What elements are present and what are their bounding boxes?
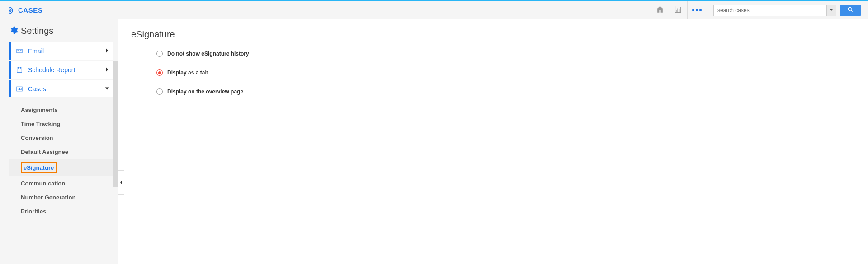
- sidebar-subitem-label: Assignments: [21, 107, 58, 113]
- sidebar-subitem-label: Time Tracking: [21, 120, 60, 127]
- sidebar-subitem-label: Communication: [21, 180, 65, 187]
- search-dropdown-button[interactable]: [826, 5, 836, 16]
- radio-label: Display as a tab: [167, 69, 208, 76]
- radio-icon: [156, 51, 163, 57]
- sidebar-title: Settings: [21, 26, 53, 36]
- radio-option-display-as-tab[interactable]: Display as a tab: [156, 69, 855, 76]
- subitem-default-assignee[interactable]: Default Assignee: [9, 145, 113, 159]
- list-box-icon: [15, 85, 24, 93]
- gear-icon: [9, 26, 18, 36]
- sidebar-subitem-label: Conversion: [21, 134, 53, 141]
- svg-point-0: [9, 9, 10, 11]
- sidebar-item-label: Cases: [28, 85, 104, 93]
- chart-button[interactable]: [669, 1, 687, 19]
- brand-name: CASES: [18, 6, 42, 14]
- bar-chart-icon: [674, 5, 683, 15]
- sidebar-item-email[interactable]: Email: [9, 42, 113, 60]
- chevron-left-icon: [119, 179, 123, 185]
- radio-icon: [156, 69, 163, 76]
- main-content: eSignature Do not show eSignature histor…: [118, 19, 868, 264]
- search-input[interactable]: [713, 5, 826, 16]
- radio-icon: [156, 88, 163, 95]
- radio-label: Display on the overview page: [167, 88, 243, 95]
- more-dots-icon: [692, 9, 702, 11]
- radio-option-do-not-show[interactable]: Do not show eSignature history: [156, 51, 855, 57]
- envelope-icon: [15, 47, 24, 55]
- radio-option-display-overview[interactable]: Display on the overview page: [156, 88, 855, 95]
- search-submit-button[interactable]: [840, 5, 861, 16]
- search-cases: [713, 5, 861, 16]
- subitem-esignature[interactable]: eSignature: [9, 159, 113, 176]
- more-button[interactable]: [688, 1, 706, 19]
- cases-submenu: Assignments Time Tracking Conversion Def…: [9, 99, 113, 220]
- sidebar-subitem-label: Default Assignee: [21, 148, 68, 155]
- sidebar-item-cases[interactable]: Cases: [9, 80, 113, 97]
- sidebar-subitem-label: Priorities: [21, 208, 46, 215]
- topbar: CASES: [0, 1, 868, 19]
- chevron-down-icon: [829, 7, 834, 14]
- subitem-number-generation[interactable]: Number Generation: [9, 190, 113, 204]
- subitem-time-tracking[interactable]: Time Tracking: [9, 117, 113, 131]
- chevron-right-icon: [104, 48, 110, 55]
- sidebar-header: Settings: [9, 26, 113, 36]
- subitem-assignments[interactable]: Assignments: [9, 103, 113, 117]
- subitem-conversion[interactable]: Conversion: [9, 131, 113, 145]
- sidebar-item-label: Email: [28, 47, 104, 55]
- sidebar-collapse-button[interactable]: [118, 170, 124, 195]
- brand-logo[interactable]: CASES: [5, 6, 42, 15]
- sidebar-item-label: Schedule Report: [28, 66, 104, 74]
- settings-sidebar: Settings Email Schedule Report: [0, 19, 118, 264]
- brand-icon: [5, 6, 14, 15]
- divider: [706, 1, 706, 19]
- search-icon: [847, 6, 854, 14]
- svg-point-1: [848, 7, 851, 10]
- chevron-right-icon: [104, 67, 110, 74]
- sidebar-subitem-label: Number Generation: [21, 194, 75, 201]
- esignature-display-options: Do not show eSignature history Display a…: [156, 51, 855, 95]
- page-title: eSignature: [131, 29, 855, 40]
- subitem-communication[interactable]: Communication: [9, 176, 113, 190]
- home-button[interactable]: [651, 1, 669, 19]
- subitem-priorities[interactable]: Priorities: [9, 204, 113, 218]
- sidebar-subitem-label: eSignature: [21, 162, 57, 173]
- calendar-icon: [15, 66, 24, 74]
- chevron-down-icon: [104, 86, 110, 93]
- radio-label: Do not show eSignature history: [167, 51, 249, 57]
- home-icon: [656, 5, 665, 15]
- sidebar-scrollbar[interactable]: [113, 61, 118, 187]
- sidebar-item-schedule-report[interactable]: Schedule Report: [9, 61, 113, 79]
